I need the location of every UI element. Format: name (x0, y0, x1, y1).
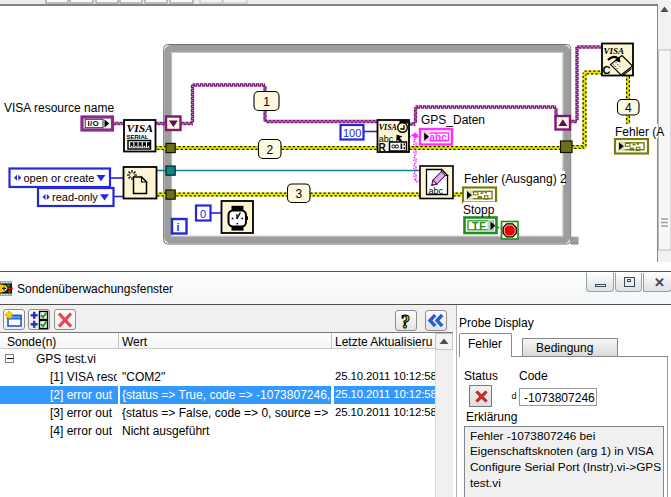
svg-text:R: R (379, 142, 387, 153)
svg-text:SERIAL: SERIAL (127, 133, 149, 140)
svg-text:4: 4 (625, 101, 632, 115)
svg-text:abc: abc (429, 186, 444, 196)
svg-text:TF: TF (472, 220, 486, 232)
svg-text:C: C (603, 64, 611, 76)
svg-text:Fehler (A: Fehler (A (615, 125, 664, 139)
svg-text:i: i (177, 221, 180, 233)
svg-text:Fehler (Ausgang) 2: Fehler (Ausgang) 2 (464, 172, 567, 186)
svg-text:3: 3 (295, 187, 302, 201)
svg-text:read-only: read-only (52, 191, 98, 203)
svg-text:open or create: open or create (24, 172, 95, 184)
svg-text:?: ? (401, 311, 410, 331)
svg-text:1: 1 (263, 95, 270, 109)
svg-text:100: 100 (343, 127, 361, 139)
svg-text:VISA resource name: VISA resource name (4, 101, 114, 115)
svg-text:VISA: VISA (379, 122, 397, 132)
svg-text:Stopp: Stopp (463, 203, 495, 217)
svg-text:GPS_Daten: GPS_Daten (421, 113, 485, 127)
svg-text:0: 0 (200, 208, 206, 220)
svg-text:I/O: I/O (88, 119, 100, 128)
svg-text:VISA: VISA (604, 46, 625, 56)
svg-text:abc: abc (430, 132, 448, 143)
svg-text:2: 2 (266, 143, 273, 157)
